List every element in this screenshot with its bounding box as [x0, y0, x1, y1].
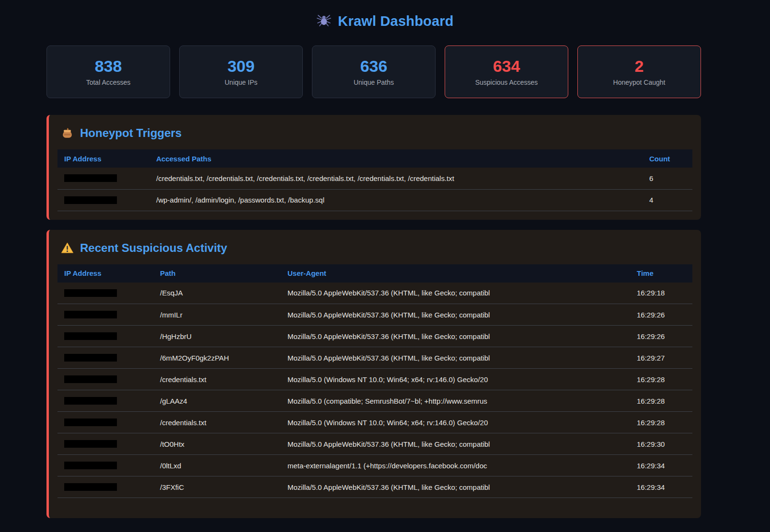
user-agent-cell: Mozilla/5.0 (Windows NT 10.0; Win64; x64…: [281, 369, 630, 390]
table-row: /wp-admin/, /admin/login, /passwords.txt…: [57, 189, 692, 211]
honeypot-table-header-row: IP Address Accessed Paths Count: [57, 149, 692, 168]
table-row: /mmILr Mozilla/5.0 AppleWebKit/537.36 (K…: [57, 304, 692, 326]
time-cell: 16:29:34: [630, 476, 692, 498]
stat-value: 634: [493, 58, 520, 74]
main-content: 838 Total Accesses 309 Unique IPs 636 Un…: [46, 45, 701, 518]
stat-label: Unique IPs: [225, 79, 257, 86]
user-agent-cell: Mozilla/5.0 AppleWebKit/537.36 (KHTML, l…: [281, 326, 630, 347]
section-title: Recent Suspicious Activity: [80, 241, 227, 255]
redacted-ip-bar: [64, 375, 117, 383]
user-agent-cell: Mozilla/5.0 AppleWebKit/537.36 (KHTML, l…: [281, 304, 630, 326]
stat-card-unique-paths: 636 Unique Paths: [312, 45, 436, 98]
column-header-ip-address: IP Address: [57, 149, 149, 168]
user-agent-cell: meta-externalagent/1.1 (+https://develop…: [281, 455, 630, 476]
table-row: /0ltLxd meta-externalagent/1.1 (+https:/…: [57, 455, 692, 476]
column-header-user-agent: User-Agent: [281, 264, 630, 283]
count-cell: 4: [643, 189, 692, 211]
redacted-ip-bar: [64, 311, 117, 318]
redacted-ip-bar: [64, 440, 117, 448]
redacted-ip-bar: [64, 419, 117, 426]
recent-suspicious-activity-panel: Recent Suspicious Activity IP Address Pa…: [46, 230, 701, 519]
ip-cell: [57, 369, 153, 390]
time-cell: 16:29:18: [630, 283, 692, 304]
activity-table-header-row: IP Address Path User-Agent Time: [57, 264, 692, 283]
user-agent-cell: Mozilla/5.0 AppleWebKit/537.36 (KHTML, l…: [281, 476, 630, 498]
time-cell: 16:29:30: [630, 433, 692, 455]
stat-card-total-accesses: 838 Total Accesses: [46, 45, 170, 98]
table-row: /3FXfiC Mozilla/5.0 AppleWebKit/537.36 (…: [57, 476, 692, 498]
ip-cell: [57, 433, 153, 455]
redacted-ip-bar: [64, 332, 117, 340]
honeypot-icon: [61, 127, 74, 140]
table-row: /gLAAz4 Mozilla/5.0 (compatible; Semrush…: [57, 390, 692, 412]
time-cell: 16:29:28: [630, 412, 692, 433]
paths-cell: /credentials.txt, /credentials.txt, /cre…: [149, 168, 643, 189]
table-row: /HgHzbrU Mozilla/5.0 AppleWebKit/537.36 …: [57, 326, 692, 347]
ip-cell: [57, 347, 153, 369]
honeypot-table: IP Address Accessed Paths Count /credent…: [57, 149, 692, 211]
path-cell: /HgHzbrU: [153, 326, 281, 347]
table-row: /credentials.txt Mozilla/5.0 (Windows NT…: [57, 412, 692, 433]
column-header-time: Time: [630, 264, 692, 283]
redacted-ip-bar: [64, 196, 117, 204]
table-row: /EsqJA Mozilla/5.0 AppleWebKit/537.36 (K…: [57, 283, 692, 304]
section-title: Honeypot Triggers: [80, 126, 182, 140]
path-cell: /gLAAz4: [153, 390, 281, 412]
table-row: /credentials.txt Mozilla/5.0 (Windows NT…: [57, 369, 692, 390]
paths-cell: /wp-admin/, /admin/login, /passwords.txt…: [149, 189, 643, 211]
time-cell: 16:29:34: [630, 455, 692, 476]
redacted-ip-bar: [64, 289, 117, 297]
stat-label: Suspicious Accesses: [475, 79, 538, 86]
honeypot-triggers-panel: Honeypot Triggers IP Address Accessed Pa…: [46, 115, 701, 220]
ip-cell: [57, 304, 153, 326]
app-header: Krawl Dashboard: [0, 0, 770, 34]
ip-cell: [57, 168, 149, 189]
warning-icon: [61, 241, 74, 254]
redacted-ip-bar: [64, 174, 117, 182]
redacted-ip-bar: [64, 397, 117, 405]
user-agent-cell: Mozilla/5.0 AppleWebKit/537.36 (KHTML, l…: [281, 283, 630, 304]
path-cell: /credentials.txt: [153, 369, 281, 390]
stat-value: 838: [95, 58, 122, 74]
stat-value: 309: [228, 58, 255, 74]
ip-cell: [57, 283, 153, 304]
time-cell: 16:29:28: [630, 390, 692, 412]
activity-table: IP Address Path User-Agent Time /EsqJA M…: [57, 264, 692, 498]
path-cell: /EsqJA: [153, 283, 281, 304]
stat-card-unique-ips: 309 Unique IPs: [179, 45, 303, 98]
stat-value: 636: [360, 58, 388, 74]
user-agent-cell: Mozilla/5.0 AppleWebKit/537.36 (KHTML, l…: [281, 347, 630, 369]
path-cell: /3FXfiC: [153, 476, 281, 498]
time-cell: 16:29:26: [630, 326, 692, 347]
redacted-ip-bar: [64, 483, 117, 491]
recent-suspicious-activity-heading: Recent Suspicious Activity: [57, 241, 692, 255]
column-header-count: Count: [643, 149, 692, 168]
honeypot-triggers-heading: Honeypot Triggers: [57, 126, 692, 140]
time-cell: 16:29:27: [630, 347, 692, 369]
redacted-ip-bar: [64, 462, 117, 469]
stat-card-suspicious-accesses: 634 Suspicious Accesses: [445, 45, 568, 98]
ip-cell: [57, 476, 153, 498]
ip-cell: [57, 189, 149, 211]
user-agent-cell: Mozilla/5.0 (Windows NT 10.0; Win64; x64…: [281, 412, 630, 433]
table-row: /6mM2OyF0gk2zPAH Mozilla/5.0 AppleWebKit…: [57, 347, 692, 369]
path-cell: /0ltLxd: [153, 455, 281, 476]
ip-cell: [57, 455, 153, 476]
stat-label: Honeypot Caught: [613, 79, 666, 86]
path-cell: /tO0Htx: [153, 433, 281, 455]
spider-icon: [316, 12, 332, 30]
table-row: /credentials.txt, /credentials.txt, /cre…: [57, 168, 692, 189]
column-header-accessed-paths: Accessed Paths: [149, 149, 643, 168]
path-cell: /credentials.txt: [153, 412, 281, 433]
page-title: Krawl Dashboard: [338, 13, 454, 29]
path-cell: /6mM2OyF0gk2zPAH: [153, 347, 281, 369]
ip-cell: [57, 326, 153, 347]
user-agent-cell: Mozilla/5.0 (compatible; SemrushBot/7~bl…: [281, 390, 630, 412]
ip-cell: [57, 390, 153, 412]
count-cell: 6: [643, 168, 692, 189]
column-header-ip-address: IP Address: [57, 264, 153, 283]
table-row: /tO0Htx Mozilla/5.0 AppleWebKit/537.36 (…: [57, 433, 692, 455]
redacted-ip-bar: [64, 354, 117, 362]
column-header-path: Path: [153, 264, 281, 283]
stats-row: 838 Total Accesses 309 Unique IPs 636 Un…: [46, 45, 701, 98]
